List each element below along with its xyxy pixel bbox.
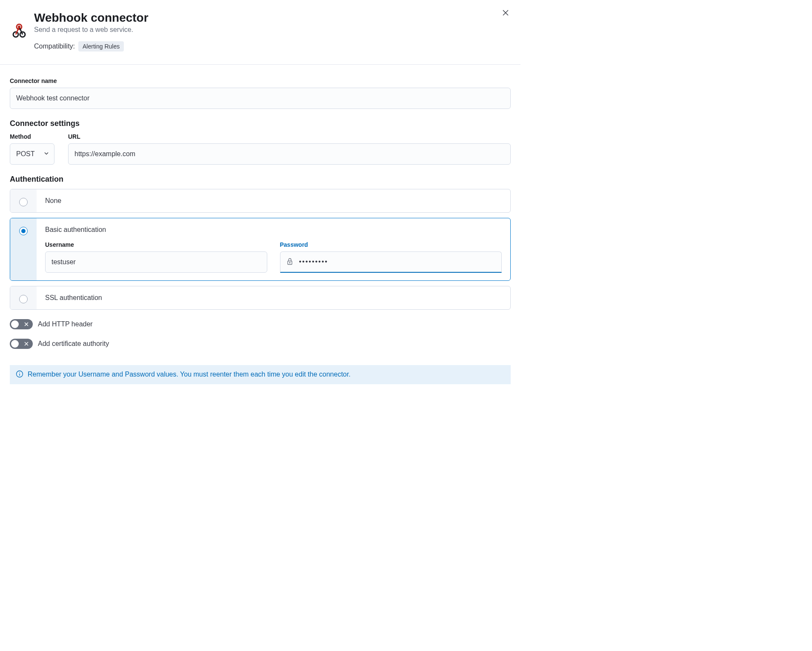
close-icon: [502, 9, 509, 16]
toggle-cert-authority[interactable]: [10, 339, 33, 349]
toggle-http-header-label: Add HTTP header: [38, 320, 93, 328]
auth-option-ssl[interactable]: SSL authentication: [10, 286, 511, 310]
radio-basic[interactable]: [19, 227, 28, 235]
compatibility-label: Compatibility:: [34, 43, 75, 50]
authentication-heading: Authentication: [10, 175, 511, 184]
toggle-cert-authority-label: Add certificate authority: [38, 340, 109, 348]
auth-none-label: None: [45, 197, 502, 205]
connector-name-input[interactable]: [10, 88, 511, 109]
url-label: URL: [68, 133, 511, 140]
url-input[interactable]: [68, 143, 511, 165]
flyout-header: Webhook connector Send a request to a we…: [0, 0, 520, 65]
password-label: Password: [280, 241, 502, 248]
password-input[interactable]: [280, 251, 502, 273]
username-input[interactable]: [45, 251, 267, 273]
page-title: Webhook connector: [34, 11, 149, 25]
compatibility-badge: Alerting Rules: [78, 41, 124, 51]
connector-name-label: Connector name: [10, 77, 511, 84]
radio-none[interactable]: [19, 198, 28, 206]
connector-settings-heading: Connector settings: [10, 119, 511, 128]
auth-option-basic[interactable]: Basic authentication Username Password: [10, 218, 511, 281]
close-button[interactable]: [501, 9, 510, 17]
method-label: Method: [10, 133, 54, 140]
toggle-http-header[interactable]: [10, 319, 33, 329]
webhook-icon: [11, 23, 28, 40]
page-subtitle: Send a request to a web service.: [34, 26, 149, 34]
info-icon: [16, 370, 23, 379]
callout-text: Remember your Username and Password valu…: [28, 371, 351, 378]
auth-basic-label: Basic authentication: [45, 226, 502, 234]
x-icon: [24, 342, 29, 346]
auth-ssl-label: SSL authentication: [45, 294, 502, 302]
method-select[interactable]: POST: [10, 143, 54, 165]
svg-point-13: [19, 372, 20, 373]
radio-ssl[interactable]: [19, 295, 28, 303]
x-icon: [24, 322, 29, 326]
info-callout: Remember your Username and Password valu…: [10, 365, 511, 384]
username-label: Username: [45, 241, 267, 248]
auth-option-none[interactable]: None: [10, 189, 511, 213]
svg-point-5: [18, 26, 20, 28]
